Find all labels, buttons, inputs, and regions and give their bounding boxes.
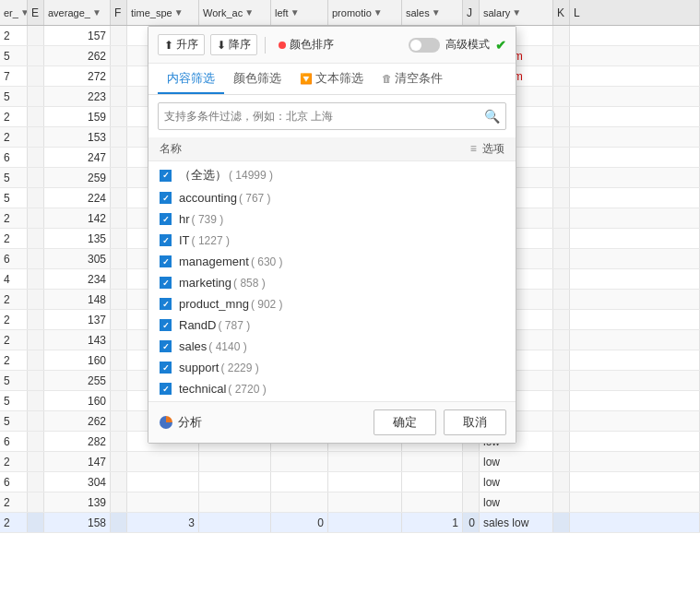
- col-filter-promotion[interactable]: ▼: [374, 7, 383, 18]
- list-item[interactable]: sales ( 4140 ): [148, 336, 516, 357]
- cell-f: [111, 148, 127, 167]
- advanced-mode-toggle[interactable]: [409, 38, 440, 53]
- cell-er: 6: [0, 472, 28, 492]
- checkbox[interactable]: [160, 170, 172, 182]
- item-label: accounting: [179, 191, 237, 205]
- cell-er: 2: [0, 452, 28, 471]
- cell-k: [553, 46, 570, 65]
- col-label-time: time_spe: [131, 7, 172, 18]
- cell-l: [570, 229, 700, 248]
- col-filter-salary[interactable]: ▼: [512, 7, 521, 18]
- cell-k: [553, 330, 570, 350]
- col-header-left[interactable]: left ▼: [271, 0, 328, 25]
- col-label-promotion: promotio: [332, 7, 372, 18]
- cell-er: 5: [0, 168, 28, 187]
- col-filter-time[interactable]: ▼: [174, 7, 184, 18]
- item-label: technical: [179, 382, 226, 396]
- list-item[interactable]: hr ( 739 ): [148, 208, 516, 230]
- checkbox[interactable]: [160, 213, 172, 225]
- list-item[interactable]: marketing ( 858 ): [148, 272, 516, 293]
- cell-sales: [402, 452, 463, 471]
- cell-l: [570, 452, 700, 471]
- cell-f: [111, 87, 127, 106]
- checkbox[interactable]: [160, 298, 172, 310]
- cell-average: 137: [44, 310, 111, 329]
- checkbox[interactable]: [160, 277, 172, 289]
- search-input[interactable]: [164, 110, 481, 123]
- col-header-salary[interactable]: salary ▼: [480, 0, 553, 25]
- cell-k: [553, 26, 570, 45]
- list-item[interactable]: technical ( 2720 ): [148, 378, 516, 399]
- col-label-work: Work_ac: [203, 7, 243, 18]
- confirm-button[interactable]: 确定: [374, 409, 436, 435]
- tab-clear[interactable]: 🗑 清空条件: [373, 65, 452, 94]
- list-item[interactable]: product_mng ( 902 ): [148, 293, 516, 314]
- sort-desc-button[interactable]: ⬇ 降序: [210, 34, 257, 55]
- col-header-sales[interactable]: sales ▼: [402, 0, 463, 25]
- checkbox[interactable]: [160, 383, 172, 395]
- cell-promotion: [328, 472, 402, 492]
- sort-asc-button[interactable]: ⬆ 升序: [158, 34, 205, 55]
- cell-average: 272: [44, 66, 111, 86]
- list-item[interactable]: （全选） ( 14999 ): [148, 163, 516, 187]
- cell-l: [570, 350, 700, 370]
- col-header-work[interactable]: Work_ac ▼: [199, 0, 271, 25]
- cell-e: [28, 391, 44, 410]
- cancel-button[interactable]: 取消: [444, 409, 506, 435]
- col-header-e: E: [28, 0, 44, 25]
- cell-e: [28, 432, 44, 451]
- col-filter-er[interactable]: ▼: [20, 7, 28, 18]
- col-filter-average[interactable]: ▼: [92, 7, 101, 18]
- item-count: ( 14999 ): [229, 169, 273, 182]
- sort-divider: [265, 37, 266, 53]
- cell-sales: [402, 472, 463, 492]
- list-item[interactable]: RandD ( 787 ): [148, 314, 516, 336]
- cell-average: 255: [44, 371, 111, 390]
- list-item[interactable]: support ( 2229 ): [148, 357, 516, 378]
- col-header-promotion[interactable]: promotio ▼: [328, 0, 402, 25]
- analysis-button[interactable]: 分析: [158, 414, 202, 431]
- checkbox-list: （全选） ( 14999 )accounting ( 767 )hr ( 739…: [148, 161, 516, 401]
- list-item[interactable]: IT ( 1227 ): [148, 230, 516, 251]
- tab-text[interactable]: 🔽 文本筛选: [291, 65, 373, 94]
- cell-average: 135: [44, 229, 111, 248]
- cell-e: [28, 330, 44, 350]
- col-header-j: J: [463, 0, 480, 25]
- cell-j: [463, 452, 480, 471]
- cell-average: 142: [44, 208, 111, 228]
- checkbox[interactable]: [160, 362, 172, 374]
- col-header-time[interactable]: time_spe ▼: [127, 0, 199, 25]
- col-filter-work[interactable]: ▼: [244, 7, 254, 18]
- cell-average: 259: [44, 168, 111, 187]
- tab-text-label: 文本筛选: [315, 71, 363, 85]
- col-label-e: E: [31, 6, 39, 19]
- list-header-name: 名称: [160, 141, 182, 157]
- checkbox[interactable]: [160, 255, 172, 267]
- checkbox[interactable]: [160, 192, 172, 204]
- col-filter-sales[interactable]: ▼: [432, 7, 441, 18]
- cell-e: [28, 310, 44, 329]
- col-header-average[interactable]: average_ ▼: [44, 0, 111, 25]
- cell-l: [570, 249, 700, 268]
- list-item[interactable]: accounting ( 767 ): [148, 187, 516, 208]
- checkbox[interactable]: [160, 340, 172, 352]
- tab-content[interactable]: 内容筛选: [158, 65, 224, 94]
- checkbox[interactable]: [160, 319, 172, 331]
- checkbox[interactable]: [160, 234, 172, 246]
- item-count: ( 2229 ): [220, 362, 258, 374]
- cell-k: [553, 107, 570, 126]
- cell-k: [553, 127, 570, 147]
- tab-color[interactable]: 颜色筛选: [224, 65, 291, 94]
- table-row: 2 139 low: [0, 492, 700, 513]
- cell-f: [111, 513, 127, 532]
- item-label: hr: [179, 212, 190, 226]
- cell-er: 7: [0, 66, 28, 86]
- cell-average: 305: [44, 249, 111, 268]
- item-count: ( 902 ): [251, 298, 283, 311]
- col-filter-left[interactable]: ▼: [291, 7, 300, 18]
- table-row: 2 158 3 0 1 0 sales low: [0, 513, 700, 533]
- color-sort-button[interactable]: 颜色排序: [273, 35, 339, 54]
- col-header-er[interactable]: er_ ▼: [0, 0, 28, 25]
- list-item[interactable]: management ( 630 ): [148, 251, 516, 272]
- cell-e: [28, 269, 44, 289]
